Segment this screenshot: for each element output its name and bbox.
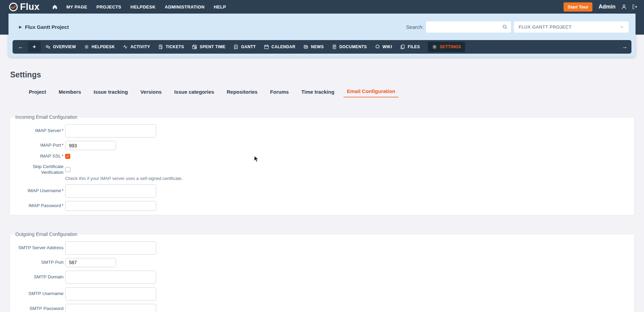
clipboard-icon	[233, 44, 239, 50]
newspaper-icon	[303, 44, 309, 50]
imap-password-label: IMAP Password*	[10, 203, 63, 209]
project-selector-value: FLUX GANTT PROJECT	[519, 24, 572, 30]
check-icon: ✓	[66, 154, 69, 159]
tab-activity[interactable]: ACTIVITY	[123, 44, 150, 50]
scroll-tabs-left-icon[interactable]: ←	[16, 44, 25, 50]
subtab-project[interactable]: Project	[29, 89, 46, 97]
document-icon	[332, 44, 337, 50]
home-icon[interactable]	[52, 4, 58, 10]
imap-port-input[interactable]	[65, 141, 116, 150]
subtab-members[interactable]: Members	[59, 89, 81, 97]
calendar-icon	[264, 44, 269, 50]
imap-username-input[interactable]	[65, 184, 156, 198]
files-icon	[400, 44, 405, 50]
list-search-icon	[45, 44, 51, 50]
search-box	[426, 21, 511, 33]
tab-settings[interactable]: SETTINGS	[428, 42, 465, 52]
imap-ssl-checkbox[interactable]: ✓	[65, 154, 70, 159]
nav-item-helpdesk[interactable]: HELPDESK	[130, 4, 155, 10]
subtab-versions[interactable]: Versions	[141, 89, 162, 97]
project-selector-dropdown[interactable]: FLUX GANTT PROJECT	[514, 21, 629, 33]
skip-certificate-verification-checkbox[interactable]	[65, 167, 70, 172]
smtp-port-label: SMTP Port	[10, 260, 63, 265]
logout-icon[interactable]	[632, 4, 638, 10]
imap-server-label: IMAP Server*	[10, 124, 63, 134]
tab-news[interactable]: NEWS	[303, 44, 324, 50]
breadcrumb-caret-icon: ▶	[19, 25, 22, 29]
tab-tickets[interactable]: TICKETS	[158, 44, 184, 50]
user-name[interactable]: Admin	[599, 4, 615, 10]
smtp-password-label: SMTP Password	[10, 306, 63, 312]
imap-username-label: IMAP Username*	[10, 184, 63, 194]
skip-certificate-verification-label: Skip Certificate Verification	[10, 164, 63, 176]
smtp-password-input[interactable]	[65, 304, 156, 312]
chevron-down-icon	[620, 25, 624, 29]
calendar-clock-icon	[192, 44, 197, 50]
tab-wiki[interactable]: WIKI	[375, 44, 392, 50]
puzzle-icon	[375, 44, 380, 50]
subtab-issue-tracking[interactable]: Issue tracking	[94, 89, 128, 97]
check-circle-icon	[9, 2, 18, 12]
smtp-username-input[interactable]	[65, 287, 156, 300]
smtp-server-address-label: SMTP Server Address	[10, 241, 63, 251]
tab-gantt[interactable]: GANTT	[233, 44, 256, 50]
main-content: Settings Project Members Issue tracking …	[0, 35, 644, 312]
smtp-domain-label: SMTP Domain	[10, 271, 63, 280]
subtab-issue-categories[interactable]: Issue categories	[174, 89, 214, 97]
tab-spent-time[interactable]: SPENT TIME	[192, 44, 225, 50]
pulse-icon	[123, 44, 128, 50]
add-tab-button[interactable]: +	[28, 41, 41, 52]
smtp-domain-input[interactable]	[65, 271, 156, 284]
subtab-forums[interactable]: Forums	[270, 89, 289, 97]
smtp-port-input[interactable]	[65, 258, 116, 267]
brand-name: Flux	[20, 2, 40, 12]
search-icon[interactable]	[502, 24, 508, 30]
tab-files[interactable]: FILES	[400, 44, 420, 50]
top-navbar: Flux MY PAGE PROJECTS HELPDESK ADMINISTR…	[0, 0, 644, 14]
user-icon[interactable]	[621, 4, 627, 10]
imap-password-input[interactable]	[65, 201, 156, 211]
smtp-username-label: SMTP Username	[10, 287, 63, 297]
tab-documents[interactable]: DOCUMENTS	[332, 44, 367, 50]
breadcrumb[interactable]: ▶ Flux Gantt Project	[19, 24, 69, 30]
incoming-email-configuration-section: Incoming Email Configuration IMAP Server…	[10, 114, 634, 215]
ticket-icon	[158, 44, 163, 50]
imap-ssl-label: IMAP SSL*	[10, 153, 63, 159]
tab-calendar[interactable]: CALENDAR	[264, 44, 296, 50]
settings-subtabs: Project Members Issue tracking Versions …	[29, 88, 644, 97]
outgoing-email-configuration-section: Outgoing Email Configuration SMTP Server…	[10, 232, 634, 312]
page-title: Settings	[10, 70, 644, 79]
nav-item-my-page[interactable]: MY PAGE	[67, 4, 88, 10]
subtab-repositories[interactable]: Repositories	[227, 89, 258, 97]
imap-server-input[interactable]	[65, 124, 156, 137]
project-header-panel: ▶ Flux Gantt Project Search: FLUX GANTT …	[8, 14, 636, 57]
search-input[interactable]	[429, 24, 502, 30]
subtab-email-configuration[interactable]: Email Configuration	[344, 88, 399, 97]
nav-item-administration[interactable]: ADMINISTRATION	[165, 4, 204, 10]
breadcrumb-project-name: Flux Gantt Project	[25, 24, 69, 30]
skip-certificate-hint: Check this if your IMAP server uses a se…	[65, 176, 634, 181]
project-tab-bar: ← + OVERVIEW HELPDESK ACTIVITY TICKETS S…	[13, 40, 631, 54]
incoming-section-legend: Incoming Email Configuration	[13, 114, 80, 120]
gear-icon	[84, 44, 89, 50]
search-label: Search:	[406, 24, 424, 30]
smtp-server-address-input[interactable]	[65, 241, 156, 255]
header: Flux MY PAGE PROJECTS HELPDESK ADMINISTR…	[0, 0, 644, 35]
scroll-tabs-right-icon[interactable]: →	[620, 44, 628, 50]
gear-icon	[432, 44, 437, 50]
tab-overview[interactable]: OVERVIEW	[45, 44, 76, 50]
nav-item-projects[interactable]: PROJECTS	[96, 4, 121, 10]
flux-logo[interactable]: Flux	[9, 2, 40, 12]
start-tour-button[interactable]: Start Tour	[564, 2, 592, 12]
nav-item-help[interactable]: HELP	[214, 4, 226, 10]
outgoing-section-legend: Outgoing Email Configuration	[13, 232, 80, 237]
tab-helpdesk[interactable]: HELPDESK	[84, 44, 115, 50]
imap-port-label: IMAP Port*	[10, 143, 63, 148]
subtab-time-tracking[interactable]: Time tracking	[301, 89, 334, 97]
